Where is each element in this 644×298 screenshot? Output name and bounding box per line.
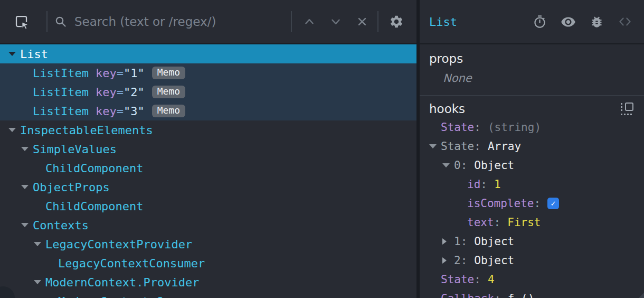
suspense-toggle-button[interactable] — [533, 15, 547, 29]
props-heading: props — [429, 52, 634, 66]
hook-name: text — [467, 216, 494, 229]
tree-caret-icon[interactable] — [8, 128, 20, 132]
tree-row-inspectableelements[interactable]: InspectableElements — [0, 120, 416, 139]
memo-badge: Memo — [152, 105, 185, 117]
inspect-element-button[interactable] — [14, 14, 30, 30]
hook-name: 2 — [454, 254, 461, 267]
tree-caret-icon[interactable] — [34, 280, 45, 284]
hook-value: Array — [488, 140, 521, 153]
hook-name: State — [441, 273, 474, 286]
component-name: ChildComponent — [45, 162, 143, 175]
view-source-button[interactable] — [618, 14, 632, 29]
component-key-attr: key="1" — [96, 67, 145, 80]
settings-button[interactable] — [389, 14, 404, 29]
tree-caret-icon[interactable] — [21, 147, 33, 151]
react-devtools-components-panel: ListListItemkey="1"MemoListItemkey="2"Me… — [0, 0, 644, 298]
tree-caret-icon[interactable] — [8, 52, 20, 56]
log-component-button[interactable] — [590, 15, 604, 29]
component-name: ModernContext.Provider — [45, 276, 199, 289]
tree-row-list[interactable]: List — [0, 44, 416, 63]
toolbar-divider — [377, 11, 378, 32]
previous-result-button[interactable] — [302, 15, 316, 29]
hook-row-text[interactable]: text:First — [420, 213, 644, 232]
tree-row-moderncontext.consumer[interactable]: ModernContext.Consumer — [0, 292, 416, 298]
inspector-toolbar: List — [420, 0, 644, 44]
component-name: ModernContext.Consumer — [58, 295, 212, 298]
close-x-icon — [355, 15, 369, 29]
tree-caret-icon[interactable] — [34, 242, 45, 246]
hooks-list: State:(string)State:Array0:Objectid:1isC… — [420, 118, 644, 298]
hook-name: State — [441, 121, 474, 134]
hook-row-id[interactable]: id:1 — [420, 175, 644, 194]
component-name: ObjectProps — [33, 181, 110, 194]
search-icon — [54, 15, 67, 28]
selected-component-title: List — [429, 15, 533, 29]
stopwatch-icon — [533, 15, 547, 29]
component-name: Contexts — [33, 219, 89, 232]
hook-row-iscomplete[interactable]: isComplete:✓ — [420, 194, 644, 213]
tree-row-objectprops[interactable]: ObjectProps — [0, 178, 416, 197]
component-name: ListItem — [33, 105, 89, 118]
tree-row-listitem[interactable]: ListItemkey="3"Memo — [0, 101, 416, 120]
tree-row-childcomponent[interactable]: ChildComponent — [0, 159, 416, 178]
tree-caret-icon[interactable] — [21, 185, 33, 189]
hook-value: (string) — [488, 121, 541, 134]
hook-value: ƒ () — [508, 292, 535, 298]
hook-row-callback[interactable]: Callback:ƒ () — [420, 289, 644, 298]
hook-value: Object — [474, 235, 514, 248]
hook-caret-icon[interactable] — [442, 257, 454, 264]
component-tree-panel: ListListItemkey="1"MemoListItemkey="2"Me… — [0, 0, 416, 298]
tree-row-moderncontext.provider[interactable]: ModernContext.Provider — [0, 273, 416, 292]
hook-row-2[interactable]: 2:Object — [420, 251, 644, 270]
parse-hook-names-icon — [625, 103, 633, 111]
component-name: ListItem — [33, 86, 89, 99]
clear-search-button[interactable] — [355, 15, 369, 29]
chevron-down-icon — [329, 15, 343, 29]
hook-name: id — [467, 178, 480, 191]
component-key-attr: key="3" — [96, 105, 145, 118]
next-result-button[interactable] — [329, 15, 343, 29]
hook-name: State — [441, 140, 474, 153]
tree-toolbar — [0, 0, 416, 44]
hook-name: Callback — [441, 292, 494, 298]
eye-icon — [561, 14, 576, 30]
tree-row-listitem[interactable]: ListItemkey="1"Memo — [0, 63, 416, 82]
parse-hook-names-button[interactable] — [621, 103, 633, 115]
checked-checkbox[interactable]: ✓ — [547, 198, 559, 209]
search-input[interactable] — [74, 15, 291, 29]
tree-row-simplevalues[interactable]: SimpleValues — [0, 139, 416, 159]
component-name: InspectableElements — [20, 124, 153, 137]
hooks-section: hooks State:(string)State:Array0:Objecti… — [420, 96, 644, 298]
hook-row-1[interactable]: 1:Object — [420, 232, 644, 251]
tree-row-legacycontextprovider[interactable]: LegacyContextProvider — [0, 235, 416, 254]
bug-icon — [590, 15, 604, 29]
hook-caret-icon[interactable] — [442, 163, 454, 167]
hook-caret-icon[interactable] — [442, 238, 454, 245]
hook-caret-icon[interactable] — [429, 144, 441, 148]
hook-name: isComplete — [467, 197, 534, 210]
tree-caret-icon[interactable] — [21, 223, 33, 227]
component-name: ChildComponent — [45, 200, 143, 213]
hook-row-state[interactable]: State:4 — [420, 270, 644, 289]
hook-value: Object — [474, 159, 514, 172]
hook-name: 0 — [454, 159, 461, 172]
resize-grip[interactable] — [639, 293, 644, 298]
tree-row-listitem[interactable]: ListItemkey="2"Memo — [0, 82, 416, 101]
tree-row-childcomponent[interactable]: ChildComponent — [0, 197, 416, 216]
hook-row-state[interactable]: State:(string) — [420, 118, 644, 137]
tree-row-contexts[interactable]: Contexts — [0, 216, 416, 235]
inspect-element-icon — [14, 14, 30, 30]
memo-badge: Memo — [152, 86, 185, 98]
hook-row-state[interactable]: State:Array — [420, 137, 644, 156]
hook-value: First — [507, 216, 541, 229]
component-name: ListItem — [33, 67, 89, 80]
hook-row-0[interactable]: 0:Object — [420, 156, 644, 175]
hook-value: 1 — [494, 178, 501, 191]
component-name: LegacyContextProvider — [45, 238, 192, 251]
component-name: SimpleValues — [33, 143, 117, 156]
inspect-dom-button[interactable] — [561, 14, 576, 30]
hook-value: 4 — [488, 273, 495, 286]
tree-row-legacycontextconsumer[interactable]: LegacyContextConsumer — [0, 254, 416, 273]
hook-name: 1 — [454, 235, 461, 248]
toolbar-divider — [46, 11, 48, 32]
